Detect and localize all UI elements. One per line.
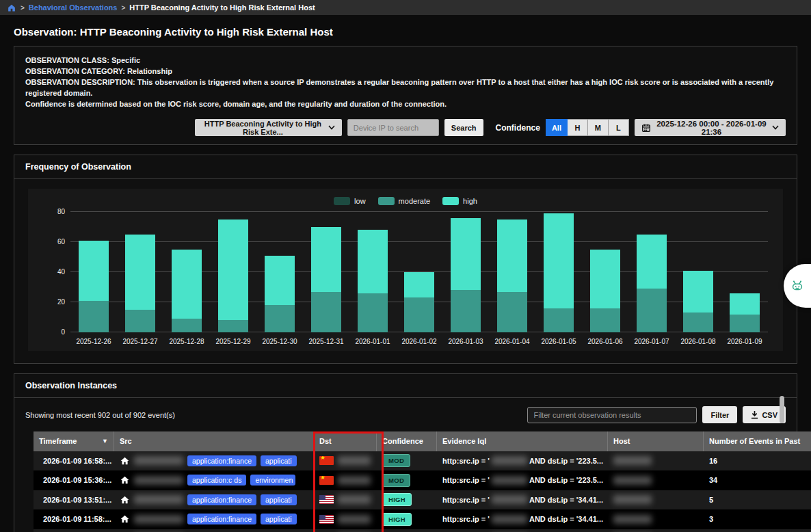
redacted-dst-host <box>338 515 371 524</box>
legend-item-moderate[interactable]: moderate <box>378 197 430 205</box>
breadcrumb-link-behavioral-observations[interactable]: Behavioral Observations <box>29 3 118 12</box>
src-tag[interactable]: environmen <box>250 475 295 486</box>
column-header-host[interactable]: Host <box>608 431 704 451</box>
redacted-dst-host <box>338 495 371 504</box>
confidence-option-h[interactable]: H <box>568 119 588 136</box>
cell-event-count: 3 <box>704 509 811 529</box>
observation-class: OBSERVATION CLASS: Specific <box>25 55 786 66</box>
bar-segment-high[interactable] <box>125 235 155 310</box>
table-row[interactable]: 2026-01-09 15:36:...application:c dsenvi… <box>34 470 811 490</box>
redacted-src-ip <box>134 476 183 485</box>
column-header-evidence-iql[interactable]: Evidence Iql <box>437 431 608 451</box>
bar-segment-moderate[interactable] <box>544 308 574 332</box>
date-range-picker[interactable]: 2025-12-26 00:00 - 2026-01-09 21:36 <box>635 119 786 136</box>
bar-segment-moderate[interactable] <box>637 289 667 332</box>
search-button[interactable]: Search <box>444 119 483 136</box>
cell-event-count: 5 <box>704 490 811 510</box>
bar-segment-moderate[interactable] <box>683 312 713 332</box>
bar-segment-high[interactable] <box>497 220 527 292</box>
observation-category: OBSERVATION CATEGORY: Relationship <box>25 66 786 77</box>
bar-segment-moderate[interactable] <box>311 292 341 332</box>
bar-segment-high[interactable] <box>451 218 481 291</box>
redacted-src-ip <box>134 456 183 465</box>
bar-segment-high[interactable] <box>79 241 109 301</box>
src-tag[interactable]: application:finance <box>187 455 256 466</box>
bar-stack <box>730 293 760 332</box>
device-ip-search-input[interactable] <box>347 119 439 136</box>
column-header-label: Dst <box>319 437 332 445</box>
bar-stack <box>311 227 341 332</box>
bar-segment-moderate[interactable] <box>497 292 527 332</box>
table-scrollbar[interactable] <box>780 396 784 423</box>
table-header-row: Timeframe▼SrcDstConfidenceEvidence IqlHo… <box>34 431 811 451</box>
bar-segment-moderate[interactable] <box>590 308 620 332</box>
bar-stack <box>683 271 713 332</box>
cell-event-count: 34 <box>704 470 811 490</box>
bar-stack <box>590 250 620 332</box>
column-header-confidence[interactable]: Confidence <box>377 431 437 451</box>
bars-container <box>70 212 768 332</box>
bar-group-2026-01-03 <box>442 212 489 332</box>
bar-stack <box>79 241 109 332</box>
column-header-timeframe[interactable]: Timeframe▼ <box>34 431 114 451</box>
bar-group-2025-12-30 <box>256 212 303 332</box>
bar-group-2026-01-09 <box>721 212 768 332</box>
legend-swatch-high <box>442 197 459 205</box>
table-row[interactable]: 2026-01-09 11:58:...application:financea… <box>34 509 811 529</box>
cell-src: application:financeapplicati <box>114 509 314 529</box>
cell-timeframe: 2026-01-09 16:58:... <box>34 451 114 471</box>
table-row[interactable]: 2026-01-09 11:40:...application:c dsenvi… <box>34 529 811 532</box>
frequency-chart: lowmoderatehigh 020406080 2025-12-262025… <box>28 189 783 351</box>
column-header-number-of-events-in-past[interactable]: Number of Events in Past <box>704 431 811 451</box>
cell-timeframe: 2026-01-09 13:51:... <box>34 490 114 510</box>
bar-segment-moderate[interactable] <box>451 290 481 332</box>
bar-segment-moderate[interactable] <box>404 297 434 332</box>
legend-item-low[interactable]: low <box>334 197 366 205</box>
bar-segment-moderate[interactable] <box>730 315 760 332</box>
bar-segment-moderate[interactable] <box>358 293 388 332</box>
cell-confidence: MOD <box>377 451 437 471</box>
confidence-option-m[interactable]: M <box>588 119 609 136</box>
bar-segment-high[interactable] <box>218 220 248 320</box>
src-tag[interactable]: application:finance <box>187 514 256 524</box>
bar-segment-high[interactable] <box>404 272 434 297</box>
bar-segment-high[interactable] <box>358 230 388 293</box>
bar-segment-moderate[interactable] <box>172 319 202 332</box>
bar-stack <box>451 218 481 332</box>
src-tag[interactable]: applicati <box>261 494 297 505</box>
column-header-dst[interactable]: Dst <box>314 431 377 451</box>
bar-segment-high[interactable] <box>544 213 574 308</box>
column-header-src[interactable]: Src <box>114 431 314 451</box>
bar-segment-moderate[interactable] <box>125 310 155 332</box>
src-tag[interactable]: applicati <box>261 455 297 466</box>
table-row[interactable]: 2026-01-09 16:58:...application:financea… <box>34 451 811 471</box>
results-filter-input[interactable] <box>527 407 697 423</box>
bar-segment-high[interactable] <box>311 227 341 292</box>
bar-segment-high[interactable] <box>265 256 295 306</box>
bar-segment-high[interactable] <box>590 250 620 308</box>
bar-segment-moderate[interactable] <box>218 320 248 332</box>
bar-segment-high[interactable] <box>172 250 202 319</box>
bar-segment-high[interactable] <box>730 293 760 315</box>
bar-segment-moderate[interactable] <box>265 305 295 332</box>
filter-button[interactable]: Filter <box>702 406 737 423</box>
home-icon[interactable] <box>7 3 16 12</box>
legend-item-high[interactable]: high <box>442 197 477 205</box>
confidence-option-all[interactable]: All <box>546 119 568 136</box>
bar-segment-high[interactable] <box>683 271 713 313</box>
x-tick-2025-12-29: 2025-12-29 <box>210 338 256 345</box>
src-tag[interactable]: application:finance <box>187 494 256 505</box>
src-tag[interactable]: applicati <box>261 514 297 524</box>
observation-select[interactable]: HTTP Beaconing Activity to High Risk Ext… <box>195 119 342 136</box>
instances-panel-title: Observation Instances <box>14 374 797 398</box>
sort-desc-icon[interactable]: ▼ <box>102 438 108 444</box>
bar-segment-moderate[interactable] <box>79 301 109 332</box>
confidence-option-l[interactable]: L <box>609 119 629 136</box>
src-tag[interactable]: application:c ds <box>187 475 246 486</box>
redacted-src-ip <box>134 515 183 524</box>
observation-description-line2: Confidence is determined based on the IO… <box>25 98 786 109</box>
bar-segment-high[interactable] <box>637 235 667 289</box>
bar-group-2025-12-31 <box>303 212 349 332</box>
cell-confidence: MOD <box>377 470 437 490</box>
table-row[interactable]: 2026-01-09 13:51:...application:financea… <box>34 490 811 510</box>
